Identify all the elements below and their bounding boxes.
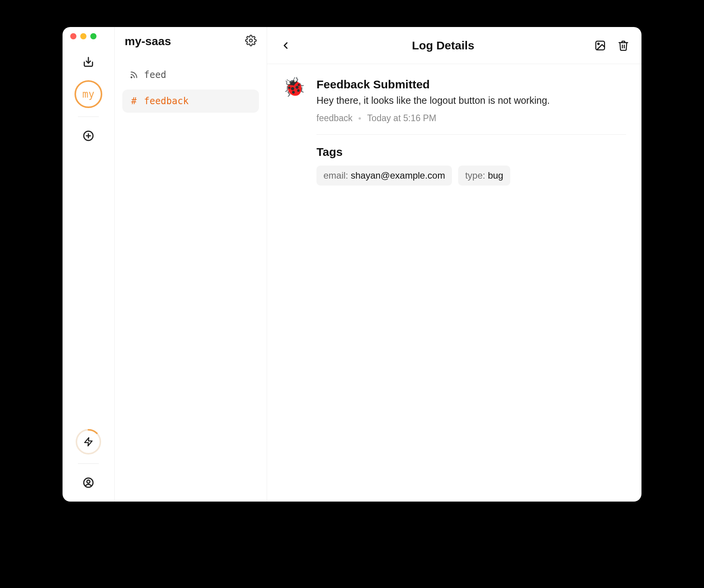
tag-item[interactable]: type: bug bbox=[458, 166, 510, 186]
settings-button[interactable] bbox=[245, 35, 257, 48]
channel-feed[interactable]: feed bbox=[122, 63, 259, 86]
add-button[interactable] bbox=[81, 128, 96, 143]
log-title: Feedback Submitted bbox=[316, 78, 626, 91]
account-icon[interactable] bbox=[81, 475, 96, 490]
channel-label: feed bbox=[144, 69, 166, 80]
log-meta: feedback Today at 5:16 PM bbox=[316, 113, 626, 123]
back-button[interactable] bbox=[279, 39, 293, 52]
detail-header: Log Details bbox=[267, 27, 641, 64]
channel-label: feedback bbox=[144, 96, 189, 106]
divider bbox=[316, 134, 626, 135]
tag-value: bug bbox=[488, 170, 503, 181]
tag-key: type bbox=[465, 170, 482, 181]
detail-title: Log Details bbox=[293, 39, 594, 52]
app-window: my my-saas bbox=[63, 27, 641, 502]
activity-button[interactable] bbox=[75, 429, 102, 455]
inbox-icon[interactable] bbox=[81, 55, 96, 69]
tag-value: shayan@example.com bbox=[351, 170, 445, 181]
close-window-button[interactable] bbox=[70, 33, 76, 39]
meta-separator bbox=[359, 117, 361, 120]
svg-point-11 bbox=[598, 43, 599, 44]
detail-content: 🐞 Feedback Submitted Hey there, it looks… bbox=[267, 64, 641, 199]
nav-rail: my bbox=[63, 27, 115, 502]
project-title: my-saas bbox=[125, 35, 171, 48]
rss-icon bbox=[129, 71, 139, 79]
log-channel: feedback bbox=[316, 113, 352, 123]
log-entry: 🐞 Feedback Submitted Hey there, it looks… bbox=[283, 78, 626, 186]
detail-panel: Log Details 🐞 Feedback Submitted bbox=[267, 27, 641, 502]
window-controls bbox=[70, 33, 96, 39]
log-timestamp: Today at 5:16 PM bbox=[367, 113, 436, 123]
svg-point-9 bbox=[131, 77, 132, 78]
rail-divider bbox=[78, 463, 99, 464]
sidebar-header: my-saas bbox=[122, 35, 259, 48]
image-button[interactable] bbox=[594, 39, 607, 52]
log-message: Hey there, it looks like the logout butt… bbox=[316, 95, 626, 106]
svg-point-8 bbox=[249, 39, 252, 42]
delete-button[interactable] bbox=[617, 39, 630, 52]
detail-header-actions bbox=[594, 39, 630, 52]
channel-feedback[interactable]: # feedback bbox=[122, 90, 259, 113]
minimize-window-button[interactable] bbox=[80, 33, 86, 39]
tags-heading: Tags bbox=[316, 145, 626, 159]
workspace-avatar-label: my bbox=[82, 88, 94, 100]
hash-icon: # bbox=[129, 96, 139, 106]
log-icon: 🐞 bbox=[283, 78, 306, 186]
rail-divider bbox=[78, 117, 99, 117]
sidebar: my-saas feed # feedback bbox=[115, 27, 267, 502]
tag-key: email bbox=[323, 170, 345, 181]
tags-list: email: shayan@example.com type: bug bbox=[316, 166, 626, 186]
zoom-window-button[interactable] bbox=[90, 33, 96, 39]
tag-item[interactable]: email: shayan@example.com bbox=[316, 166, 452, 186]
workspace-avatar[interactable]: my bbox=[74, 80, 102, 108]
svg-point-7 bbox=[87, 480, 90, 483]
